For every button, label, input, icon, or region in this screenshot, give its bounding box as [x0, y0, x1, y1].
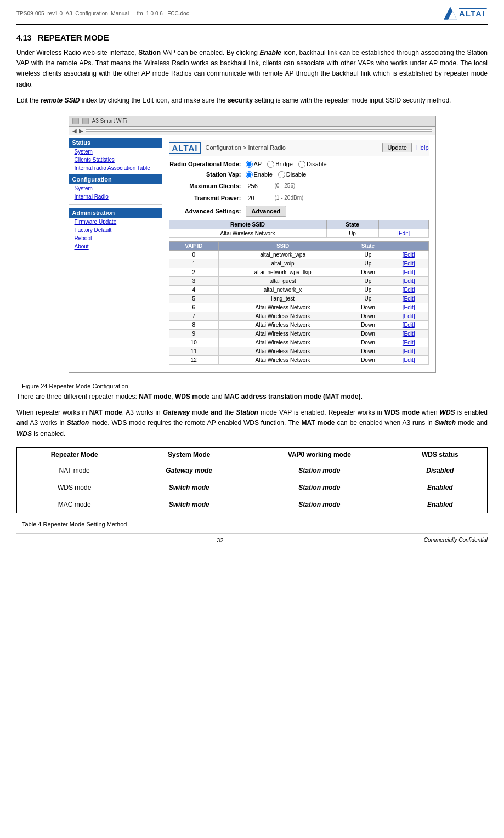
advanced-button[interactable]: Advanced: [246, 206, 287, 217]
vap-edit-cell[interactable]: [Edit]: [389, 259, 428, 268]
vap-edit-cell[interactable]: [Edit]: [389, 294, 428, 303]
url-input[interactable]: [86, 129, 432, 132]
edit-link[interactable]: [Edit]: [403, 331, 415, 337]
remote-ssid-table: Remote SSID State Altai Wireless Network…: [169, 220, 429, 238]
radio-bridge[interactable]: Bridge: [267, 161, 293, 168]
nav-back[interactable]: ◀: [72, 128, 77, 134]
table-row: 11Altai Wireless NetworkDown[Edit]: [169, 347, 428, 355]
edit-link[interactable]: [Edit]: [403, 339, 415, 346]
nav-forward[interactable]: ▶: [79, 128, 83, 134]
transmit-power-row: Transmit Power: (1 - 20dBm): [169, 194, 429, 202]
vap-ssid-cell: Altai Wireless Network: [219, 312, 347, 320]
station-enable-input[interactable]: [246, 171, 253, 178]
repeater-cell: Switch mode: [132, 496, 246, 513]
sidebar-item-factory-default[interactable]: Factory Default: [69, 226, 162, 234]
table-row: NAT modeGateway modeStation modeDisabled: [17, 462, 488, 479]
sidebar-item-clients-stats[interactable]: Clients Statistics: [69, 156, 162, 164]
sidebar-item-internal-radio-config[interactable]: Internal Radio: [69, 192, 162, 201]
sidebar-admin-header: Administration: [69, 208, 162, 218]
vap-edit-cell[interactable]: [Edit]: [389, 329, 428, 338]
vap-ssid-cell: Altai Wireless Network: [219, 329, 347, 338]
station-enable[interactable]: Enable: [246, 171, 273, 178]
sidebar-item-firmware-update[interactable]: Firmware Update: [69, 218, 162, 226]
edit-link[interactable]: [Edit]: [403, 287, 415, 293]
edit-link[interactable]: [Edit]: [403, 261, 415, 267]
max-clients-input[interactable]: [246, 182, 270, 190]
vap-edit-cell[interactable]: [Edit]: [389, 338, 428, 347]
remote-edit-link[interactable]: [Edit]: [397, 230, 410, 236]
sidebar-item-reboot[interactable]: Reboot: [69, 234, 162, 242]
edit-link[interactable]: [Edit]: [403, 348, 415, 354]
vap-id-cell: 7: [169, 312, 219, 320]
radio-bridge-input[interactable]: [267, 161, 274, 168]
vap-edit-cell[interactable]: [Edit]: [389, 276, 428, 285]
edit-link[interactable]: [Edit]: [403, 269, 415, 275]
vap-action-col: [389, 241, 428, 250]
edit-link[interactable]: [Edit]: [403, 252, 415, 258]
radio-ap[interactable]: AP: [246, 161, 262, 168]
vap-edit-cell[interactable]: [Edit]: [389, 250, 428, 259]
filename: TPS09-005_rev1 0_A3_Configuration_Manual…: [16, 10, 189, 16]
vap-ssid-cell: Altai Wireless Network: [219, 347, 347, 355]
vap-state-cell: Up: [347, 276, 389, 285]
radio-disable[interactable]: Disable: [298, 161, 327, 168]
chrome-btn-2[interactable]: [82, 118, 89, 124]
radio-disable-input[interactable]: [298, 161, 305, 168]
remote-edit-cell[interactable]: [Edit]: [378, 229, 428, 237]
page-footer: 32 Commercially Confidential: [16, 533, 488, 543]
station-disable[interactable]: Disable: [278, 171, 307, 178]
table-row: 5liang_testUp[Edit]: [169, 294, 428, 303]
table-row: 0altai_network_wpaUp[Edit]: [169, 250, 428, 259]
vap-edit-cell[interactable]: [Edit]: [389, 320, 428, 329]
vap-edit-cell[interactable]: [Edit]: [389, 285, 428, 294]
vap-edit-cell[interactable]: [Edit]: [389, 355, 428, 364]
max-clients-row: Maximum Clients: (0 - 256): [169, 182, 429, 190]
sidebar-item-about[interactable]: About: [69, 242, 162, 251]
col-vap0-working: VAP0 working mode: [246, 447, 393, 462]
sidebar-item-system-status[interactable]: System: [69, 148, 162, 156]
table-row: 6Altai Wireless NetworkDown[Edit]: [169, 303, 428, 312]
edit-link[interactable]: [Edit]: [403, 357, 415, 363]
sidebar-item-system-config[interactable]: System: [69, 184, 162, 192]
vap-edit-cell[interactable]: [Edit]: [389, 312, 428, 320]
chrome-btn-1[interactable]: [72, 118, 79, 124]
edit-link[interactable]: [Edit]: [403, 296, 415, 302]
update-button[interactable]: Update: [382, 143, 411, 152]
table-row: 7Altai Wireless NetworkDown[Edit]: [169, 312, 428, 320]
figure-container: A3 Smart WiFi ◀ ▶ Status System Clients …: [69, 116, 436, 373]
vap-state-cell: Up: [347, 285, 389, 294]
table-row: 3altai_guestUp[Edit]: [169, 276, 428, 285]
vap-id-cell: 4: [169, 285, 219, 294]
page-header: TPS09-005_rev1 0_A3_Configuration_Manual…: [16, 5, 488, 25]
edit-link[interactable]: [Edit]: [403, 278, 415, 284]
table-caption: Table 4 Repeater Mode Setting Method: [16, 521, 488, 528]
col-repeater-mode: Repeater Mode: [17, 447, 132, 462]
transmit-power-control: (1 - 20dBm): [246, 194, 304, 202]
radio-mode-label: Radio Operational Mode:: [169, 161, 246, 167]
help-button[interactable]: Help: [416, 144, 429, 151]
vap-ssid-cell: Altai Wireless Network: [219, 320, 347, 329]
vap-id-cell: 3: [169, 276, 219, 285]
vap-id-cell: 6: [169, 303, 219, 312]
station-vap-label: Station Vap:: [169, 171, 246, 178]
sidebar-item-internal-radio-assoc[interactable]: Internal radio Association Table: [69, 164, 162, 172]
vap-edit-cell[interactable]: [Edit]: [389, 268, 428, 276]
vap-header-row: VAP ID SSID State: [169, 241, 428, 250]
repeater-cell: Enabled: [393, 479, 487, 496]
edit-link[interactable]: [Edit]: [403, 304, 415, 310]
radio-mode-row: Radio Operational Mode: AP Bridge Disabl…: [169, 161, 429, 168]
repeater-cell: MAC mode: [17, 496, 132, 513]
radio-ap-input[interactable]: [246, 161, 253, 168]
vap-id-cell: 12: [169, 355, 219, 364]
vap-id-cell: 5: [169, 294, 219, 303]
max-clients-label: Maximum Clients:: [169, 183, 246, 189]
vap-edit-cell[interactable]: [Edit]: [389, 303, 428, 312]
edit-link[interactable]: [Edit]: [403, 313, 415, 319]
vap-edit-cell[interactable]: [Edit]: [389, 347, 428, 355]
station-disable-input[interactable]: [278, 171, 285, 178]
edit-link[interactable]: [Edit]: [403, 322, 415, 328]
vap-ssid-cell: liang_test: [219, 294, 347, 303]
vap-state-cell: Down: [347, 329, 389, 338]
vap-table: VAP ID SSID State 0altai_network_wpaUp[E…: [169, 241, 429, 365]
transmit-power-input[interactable]: [246, 194, 270, 202]
